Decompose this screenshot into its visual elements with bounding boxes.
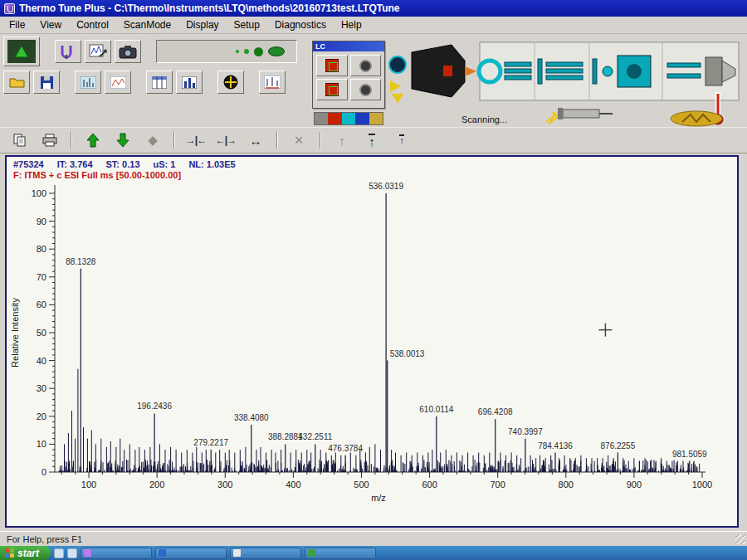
full-range-arrow-icon: ↔ <box>250 134 262 148</box>
flow-arrow-down-icon <box>392 94 403 104</box>
spectrum-panel: #75324 IT: 3.764 ST: 0.13 uS: 1 NL: 1.03… <box>5 155 739 528</box>
range-chart-icon <box>264 75 281 89</box>
svg-text:600: 600 <box>422 480 437 489</box>
toolbar-separator <box>173 132 175 149</box>
quick-launch-icon[interactable] <box>54 548 64 558</box>
quick-launch-icon[interactable] <box>67 548 77 558</box>
menu-view[interactable]: View <box>32 17 69 33</box>
svg-text:70: 70 <box>37 272 46 282</box>
curve-chart-icon <box>110 76 126 89</box>
taskbar-item[interactable] <box>230 548 301 559</box>
svg-text:300: 300 <box>217 480 232 489</box>
pump-segment <box>355 113 369 124</box>
lc-valve2-button[interactable] <box>350 79 382 100</box>
play-triangle-icon <box>7 40 36 63</box>
clear-zoom-button[interactable]: × <box>287 130 310 150</box>
application-window: Thermo Tune Plus - C:\Thermo\Instruments… <box>0 0 747 546</box>
define-scan-button[interactable] <box>85 40 111 63</box>
svg-text:500: 500 <box>354 480 369 489</box>
spray-dot-icon <box>254 47 263 56</box>
pump-segment <box>342 113 355 124</box>
pump-segment <box>315 113 328 124</box>
svg-text:88.1328: 88.1328 <box>66 257 96 266</box>
full-range-button[interactable]: ↔ <box>244 130 267 150</box>
menu-scanmode[interactable]: ScanMode <box>116 17 178 33</box>
lens-0 <box>538 59 542 84</box>
svg-text:536.0319: 536.0319 <box>369 182 403 191</box>
normalize-largest-button[interactable]: ↑ <box>360 130 383 150</box>
spray-cone-icon <box>465 66 476 76</box>
floppy-disk-icon <box>41 76 53 89</box>
lc-pump-button[interactable] <box>316 55 348 76</box>
scan-time: ST: 0.13 <box>106 159 140 169</box>
svg-text:981.5059: 981.5059 <box>672 450 707 459</box>
menu-control[interactable]: Control <box>69 17 116 33</box>
svg-text:80: 80 <box>37 244 46 254</box>
taskbar-item[interactable] <box>81 548 152 559</box>
lc-detector-icon <box>325 83 339 96</box>
windows-flag-icon <box>5 548 14 558</box>
mass-spectrum-chart[interactable]: 0102030405060708090100100200300400500600… <box>8 182 737 520</box>
scan-graph-icon <box>89 43 107 60</box>
up-arrow-bar-icon: ↑ <box>369 134 375 148</box>
toolbar-row-1 <box>3 37 297 66</box>
autosampler-status-widget <box>314 112 383 125</box>
instrument-on-button[interactable] <box>3 37 40 66</box>
mass-range-button[interactable] <box>259 71 286 94</box>
spray-dot-icon <box>244 49 249 54</box>
save-file-button[interactable] <box>33 71 60 94</box>
scan-filter: F: ITMS + c ESI Full ms [50.00-1000.00] <box>13 170 181 180</box>
lens-1 <box>593 59 597 84</box>
scale-up-button[interactable]: ↑ <box>330 130 354 150</box>
taskbar-item[interactable] <box>155 548 227 559</box>
taskbar-item[interactable] <box>305 548 376 559</box>
snapshot-button[interactable] <box>115 40 141 63</box>
menu-file[interactable]: File <box>2 17 32 33</box>
menu-diagnostics[interactable]: Diagnostics <box>267 17 334 33</box>
start-label: start <box>17 548 39 559</box>
zoom-out-y-button[interactable] <box>111 130 134 150</box>
lc-device-window: LC <box>312 41 385 109</box>
print-button[interactable] <box>38 130 61 150</box>
menu-display[interactable]: Display <box>178 17 226 33</box>
menu-setup[interactable]: Setup <box>227 17 267 33</box>
lc-valve-button[interactable] <box>350 55 382 76</box>
normalize-base-button[interactable]: ↑ <box>390 130 413 150</box>
task-icon <box>308 549 315 557</box>
menu-bar: File View Control ScanMode Display Setup… <box>0 17 747 34</box>
spectrum-view-button[interactable] <box>75 71 101 94</box>
normalized-level: NL: 1.03E5 <box>188 159 235 169</box>
green-down-arrow-icon <box>116 133 129 148</box>
syringe-pump-button[interactable] <box>55 40 81 63</box>
svg-text:696.4208: 696.4208 <box>478 407 513 416</box>
lc-detector-button[interactable] <box>316 79 348 100</box>
tune-target-button[interactable] <box>217 71 244 94</box>
resize-grip[interactable] <box>735 534 745 544</box>
app-icon <box>4 3 15 14</box>
syringe-status-icon[interactable] <box>541 105 616 125</box>
spray-dot-icon <box>236 50 239 53</box>
syringe-icon <box>59 43 77 60</box>
bar-chart-icon <box>182 76 197 89</box>
autoscale-y-button[interactable]: ◆ <box>141 130 164 150</box>
open-folder-icon <box>9 76 25 89</box>
taskbar: start <box>0 546 747 560</box>
zoom-in-y-button[interactable] <box>81 130 105 150</box>
svg-text:0: 0 <box>42 467 46 477</box>
divert-valve-icon[interactable] <box>388 56 407 74</box>
start-button[interactable]: start <box>0 546 51 560</box>
graph-view-button[interactable] <box>105 71 131 94</box>
menu-help[interactable]: Help <box>334 17 369 33</box>
open-file-button[interactable] <box>3 71 30 94</box>
camera-icon <box>119 44 137 59</box>
svg-text:90: 90 <box>37 217 46 226</box>
spectrum-icon <box>81 76 96 89</box>
spray-plume-icon <box>268 46 285 56</box>
svg-text:1000: 1000 <box>692 480 712 489</box>
table-view-button[interactable] <box>146 71 173 94</box>
compress-x-button[interactable]: →|← <box>184 130 208 150</box>
expand-x-button[interactable]: ←|→ <box>214 130 237 150</box>
bargraph-view-button[interactable] <box>176 71 203 94</box>
copy-button[interactable] <box>8 130 32 150</box>
spray-status-indicator <box>156 40 297 63</box>
